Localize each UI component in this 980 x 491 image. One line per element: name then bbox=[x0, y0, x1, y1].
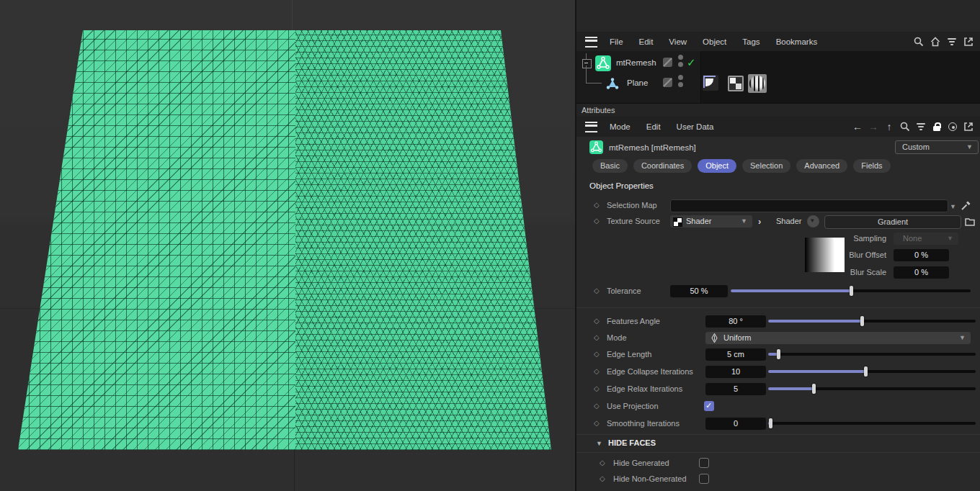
texture-tag-icon[interactable] bbox=[748, 74, 767, 93]
search-icon[interactable] bbox=[913, 36, 925, 48]
blur-offset-label: Blur Offset bbox=[821, 251, 886, 259]
sampling-dropdown: None ▼ bbox=[894, 233, 958, 245]
edge-length-value[interactable]: 5 cm bbox=[705, 348, 766, 361]
viewport-3d[interactable] bbox=[0, 0, 575, 491]
mtremesh-object-icon[interactable] bbox=[595, 55, 611, 71]
smoothing-iterations-value[interactable]: 0 bbox=[705, 418, 766, 430]
key-diamond-icon[interactable]: ◇ bbox=[600, 474, 605, 482]
tab-selection[interactable]: Selection bbox=[742, 159, 790, 173]
viewport-axis-line-bottom bbox=[294, 450, 295, 491]
folder-icon[interactable] bbox=[964, 216, 976, 228]
features-angle-value[interactable]: 80 ° bbox=[705, 315, 766, 328]
key-diamond-icon[interactable]: ◇ bbox=[594, 217, 600, 225]
gradient-shader-button[interactable]: Gradient bbox=[824, 215, 961, 229]
eyedropper-icon[interactable] bbox=[961, 199, 972, 211]
row-hide-faces-header[interactable]: ▼ HIDE FACES bbox=[576, 438, 980, 451]
om-menu-file[interactable]: File bbox=[602, 37, 631, 46]
object-tree: mtRemesh ✓ Plane bbox=[576, 51, 980, 103]
chevron-right-icon[interactable]: › bbox=[758, 216, 761, 227]
edge-relax-iterations-slider[interactable] bbox=[768, 384, 976, 394]
tab-object[interactable]: Object bbox=[698, 159, 736, 173]
mode-dropdown[interactable]: Uniform ▼ bbox=[705, 332, 971, 344]
generator-enabled-check-icon[interactable]: ✓ bbox=[687, 56, 696, 69]
selection-map-dropdown-arrow[interactable]: ▼ bbox=[950, 201, 956, 213]
blur-scale-value[interactable]: 0 % bbox=[894, 266, 949, 279]
home-icon[interactable] bbox=[930, 36, 941, 48]
preset-dropdown[interactable]: Custom▼ bbox=[895, 140, 979, 154]
key-diamond-icon[interactable]: ◇ bbox=[594, 287, 600, 294]
tolerance-value[interactable]: 50 % bbox=[670, 285, 728, 297]
key-diamond-icon[interactable]: ◇ bbox=[594, 367, 600, 375]
object-name-plane[interactable]: Plane bbox=[627, 78, 648, 87]
hide-faces-section-title[interactable]: HIDE FACES bbox=[608, 438, 656, 447]
key-diamond-icon[interactable]: ◇ bbox=[594, 350, 600, 358]
lock-icon[interactable] bbox=[931, 121, 943, 132]
tab-fields[interactable]: Fields bbox=[853, 159, 890, 173]
shader-circle-dropdown[interactable] bbox=[807, 215, 819, 228]
edge-collapse-iterations-value[interactable]: 10 bbox=[705, 366, 766, 378]
om-menu-edit[interactable]: Edit bbox=[631, 37, 662, 46]
edge-relax-iterations-value[interactable]: 5 bbox=[705, 383, 766, 395]
attribute-manager-menu-icon[interactable] bbox=[585, 122, 597, 132]
popout-icon[interactable] bbox=[963, 36, 974, 48]
collapse-toggle-icon[interactable] bbox=[582, 59, 592, 68]
am-menu-mode[interactable]: Mode bbox=[602, 122, 638, 131]
filter-icon[interactable] bbox=[946, 36, 958, 48]
editor-visibility-dot[interactable] bbox=[678, 55, 683, 60]
shader-link-label[interactable]: Shader bbox=[776, 217, 801, 225]
key-diamond-icon[interactable]: ◇ bbox=[594, 419, 600, 427]
blur-offset-value[interactable]: 0 % bbox=[894, 249, 949, 261]
tree-row-mtremesh[interactable]: mtRemesh ✓ bbox=[576, 53, 980, 73]
tree-row-plane[interactable]: Plane bbox=[576, 73, 980, 94]
selection-map-input[interactable] bbox=[670, 199, 948, 212]
search-icon[interactable] bbox=[899, 121, 911, 132]
edge-length-label: Edge Length bbox=[607, 350, 651, 359]
edge-collapse-iterations-slider[interactable] bbox=[768, 366, 976, 377]
layer-toggle-icon[interactable] bbox=[663, 78, 672, 87]
smoothing-iterations-slider[interactable] bbox=[768, 418, 976, 428]
object-manager-menu-icon[interactable] bbox=[585, 37, 597, 48]
am-menu-edit[interactable]: Edit bbox=[638, 122, 669, 131]
uvw-tag-icon[interactable] bbox=[728, 76, 744, 91]
render-visibility-dot[interactable] bbox=[678, 62, 683, 67]
use-projection-checkbox[interactable] bbox=[704, 401, 714, 411]
om-menu-bookmarks[interactable]: Bookmarks bbox=[768, 37, 826, 46]
om-menu-view[interactable]: View bbox=[661, 37, 695, 46]
tab-advanced[interactable]: Advanced bbox=[796, 159, 847, 173]
row-smoothing-iterations: ◇ Smoothing Iterations 0 bbox=[576, 418, 980, 430]
key-diamond-icon[interactable]: ◇ bbox=[594, 317, 600, 325]
key-diamond-icon[interactable]: ◇ bbox=[594, 384, 600, 392]
editor-visibility-dot[interactable] bbox=[678, 75, 683, 80]
tolerance-slider[interactable] bbox=[731, 286, 971, 296]
attribute-tabs: Basic Coordinates Object Selection Advan… bbox=[592, 159, 891, 173]
layer-toggle-icon[interactable] bbox=[663, 58, 672, 67]
tab-coordinates[interactable]: Coordinates bbox=[633, 159, 692, 173]
phong-tag-icon[interactable] bbox=[703, 75, 718, 91]
parent-up-icon[interactable]: ↑ bbox=[883, 121, 895, 132]
key-diamond-icon[interactable]: ◇ bbox=[594, 402, 600, 410]
key-diamond-icon[interactable]: ◇ bbox=[594, 333, 600, 341]
features-angle-slider[interactable] bbox=[768, 316, 976, 326]
plane-triangulated-mesh-half[interactable] bbox=[295, 30, 551, 450]
tab-basic[interactable]: Basic bbox=[592, 159, 628, 173]
texture-source-dropdown[interactable]: Shader ▼ bbox=[670, 215, 752, 228]
history-back-icon[interactable]: ← bbox=[852, 121, 863, 132]
filter-icon[interactable] bbox=[915, 121, 927, 132]
remeshed-plane-object[interactable] bbox=[18, 30, 551, 450]
object-name-mtremesh[interactable]: mtRemesh bbox=[616, 58, 656, 67]
plane-quad-mesh-half[interactable] bbox=[18, 30, 295, 450]
target-icon[interactable] bbox=[947, 121, 958, 132]
am-menu-userdata[interactable]: User Data bbox=[669, 122, 722, 131]
edge-length-slider[interactable] bbox=[768, 349, 976, 359]
key-diamond-icon[interactable]: ◇ bbox=[600, 459, 605, 467]
om-menu-object[interactable]: Object bbox=[695, 37, 734, 46]
om-menu-tags[interactable]: Tags bbox=[734, 37, 767, 46]
render-visibility-dot[interactable] bbox=[678, 82, 683, 87]
hide-non-generated-checkbox[interactable] bbox=[699, 474, 709, 484]
plane-object-icon[interactable] bbox=[605, 76, 620, 91]
key-diamond-icon[interactable]: ◇ bbox=[594, 201, 600, 209]
popout-icon[interactable] bbox=[963, 121, 974, 132]
chevron-down-icon[interactable]: ▼ bbox=[596, 440, 602, 447]
group-divider bbox=[576, 307, 980, 308]
hide-generated-checkbox[interactable] bbox=[699, 458, 709, 468]
